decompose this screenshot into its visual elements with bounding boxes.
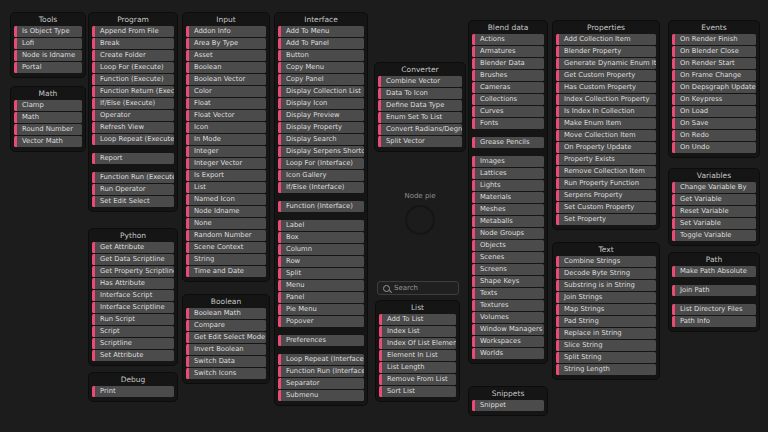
menu-item[interactable]: Join Strings — [556, 292, 656, 303]
menu-item[interactable]: List Directory Files — [672, 304, 756, 315]
menu-item[interactable]: Volumes — [472, 312, 544, 323]
menu-item[interactable]: Blender Data — [472, 58, 544, 69]
menu-item[interactable]: Switch Icons — [186, 368, 266, 379]
menu-item[interactable]: Workspaces — [472, 336, 544, 347]
menu-item[interactable]: Display Icon — [278, 98, 364, 109]
menu-item[interactable]: Display Search — [278, 134, 364, 145]
menu-item[interactable]: None — [186, 218, 266, 229]
menu-item[interactable]: Get Custom Property — [556, 70, 656, 81]
menu-item[interactable]: Submenu — [278, 390, 364, 401]
menu-item[interactable]: Set Property — [556, 214, 656, 225]
menu-item[interactable]: Separator — [278, 378, 364, 389]
menu-item[interactable]: Remove From List — [379, 374, 456, 385]
menu-item[interactable]: Armatures — [472, 46, 544, 57]
menu-item[interactable]: On Render Start — [672, 58, 756, 69]
menu-item[interactable]: Display Preview — [278, 110, 364, 121]
menu-item[interactable]: Metaballs — [472, 216, 544, 227]
menu-item[interactable]: Label — [278, 220, 364, 231]
menu-item[interactable]: Run Script — [92, 314, 174, 325]
menu-item[interactable]: Blender Property — [556, 46, 656, 57]
menu-item[interactable]: Add To List — [379, 314, 456, 325]
menu-item[interactable]: Get Edit Select Mode — [186, 332, 266, 343]
menu-item[interactable]: Get Data Scriptline — [92, 254, 174, 265]
menu-item[interactable]: Column — [278, 244, 364, 255]
menu-item[interactable]: Compare — [186, 320, 266, 331]
menu-item[interactable]: Split String — [556, 352, 656, 363]
menu-item[interactable]: Boolean — [186, 62, 266, 73]
menu-item[interactable]: Generate Dynamic Enum Items — [556, 58, 656, 69]
menu-item[interactable]: Float — [186, 98, 266, 109]
menu-item[interactable]: Portal — [14, 62, 82, 73]
menu-item[interactable]: Boolean Vector — [186, 74, 266, 85]
menu-item[interactable]: On Save — [672, 118, 756, 129]
menu-item[interactable]: Objects — [472, 240, 544, 251]
menu-item[interactable]: Has Custom Property — [556, 82, 656, 93]
menu-item[interactable]: Images — [472, 156, 544, 167]
menu-item[interactable]: Data To Icon — [378, 88, 462, 99]
menu-item[interactable]: Combine Vector — [378, 76, 462, 87]
menu-item[interactable]: On Redo — [672, 130, 756, 141]
menu-item[interactable]: Icon Gallery — [278, 170, 364, 181]
menu-item[interactable]: String Length — [556, 364, 656, 375]
menu-item[interactable]: Is Export — [186, 170, 266, 181]
menu-item[interactable]: In Mode — [186, 134, 266, 145]
menu-item[interactable]: Move Collection Item — [556, 130, 656, 141]
menu-item[interactable]: Area By Type — [186, 38, 266, 49]
menu-item[interactable]: Set Attribute — [92, 350, 174, 361]
menu-item[interactable]: Report — [92, 153, 174, 164]
menu-item[interactable]: Curves — [472, 106, 544, 117]
menu-item[interactable]: Remove Collection Item — [556, 166, 656, 177]
menu-item[interactable]: Collections — [472, 94, 544, 105]
menu-item[interactable]: Node Idname — [186, 206, 266, 217]
menu-item[interactable]: Float Vector — [186, 110, 266, 121]
menu-item[interactable]: Texts — [472, 288, 544, 299]
menu-item[interactable]: Vector Math — [14, 136, 82, 147]
menu-item[interactable]: Invert Boolean — [186, 344, 266, 355]
menu-item[interactable]: If/Else (Interface) — [278, 182, 364, 193]
menu-item[interactable]: On Blender Close — [672, 46, 756, 57]
menu-item[interactable]: Function (Execute) — [92, 74, 174, 85]
menu-item[interactable]: Loop For (Execute) — [92, 62, 174, 73]
menu-item[interactable]: Get Property Scriptline — [92, 266, 174, 277]
menu-item[interactable]: Row — [278, 256, 364, 267]
menu-item[interactable]: Clamp — [14, 100, 82, 111]
menu-item[interactable]: Loop Repeat (Interface) — [278, 354, 364, 365]
menu-item[interactable]: Integer — [186, 146, 266, 157]
menu-item[interactable]: Menu — [278, 280, 364, 291]
menu-item[interactable]: Integer Vector — [186, 158, 266, 169]
menu-item[interactable]: On Render Finish — [672, 34, 756, 45]
menu-item[interactable]: On Frame Change — [672, 70, 756, 81]
menu-item[interactable]: Node Groups — [472, 228, 544, 239]
menu-item[interactable]: Toggle Variable — [672, 230, 756, 241]
menu-item[interactable]: Create Folder — [92, 50, 174, 61]
menu-item[interactable]: List Length — [379, 362, 456, 373]
menu-item[interactable]: Meshes — [472, 204, 544, 215]
menu-item[interactable]: Materials — [472, 192, 544, 203]
menu-item[interactable]: Panel — [278, 292, 364, 303]
menu-item[interactable]: Has Attribute — [92, 278, 174, 289]
menu-item[interactable]: Make Path Absolute — [672, 266, 756, 277]
menu-item[interactable]: Change Variable By — [672, 182, 756, 193]
menu-item[interactable]: Asset — [186, 50, 266, 61]
menu-item[interactable]: Append From File — [92, 26, 174, 37]
menu-item[interactable]: Loop Repeat (Execute) — [92, 134, 174, 145]
menu-item[interactable]: Copy Menu — [278, 62, 364, 73]
menu-item[interactable]: Is Object Type — [14, 26, 82, 37]
menu-item[interactable]: Is Index In Collection — [556, 106, 656, 117]
menu-item[interactable]: Refresh View — [92, 122, 174, 133]
menu-item[interactable]: Box — [278, 232, 364, 243]
menu-item[interactable]: Set Edit Select — [92, 196, 174, 207]
menu-item[interactable]: On Keypress — [672, 94, 756, 105]
menu-item[interactable]: Addon Info — [186, 26, 266, 37]
menu-item[interactable]: Substring is in String — [556, 280, 656, 291]
menu-item[interactable]: Combine Strings — [556, 256, 656, 267]
menu-item[interactable]: Serpens Property — [556, 190, 656, 201]
menu-item[interactable]: Run Operator — [92, 184, 174, 195]
menu-item[interactable]: Icon — [186, 122, 266, 133]
menu-item[interactable]: Break — [92, 38, 174, 49]
menu-item[interactable]: Display Property — [278, 122, 364, 133]
menu-item[interactable]: Interface Scriptline — [92, 302, 174, 313]
menu-item[interactable]: Index Of List Element — [379, 338, 456, 349]
menu-item[interactable]: On Property Update — [556, 142, 656, 153]
menu-item[interactable]: Window Managers — [472, 324, 544, 335]
